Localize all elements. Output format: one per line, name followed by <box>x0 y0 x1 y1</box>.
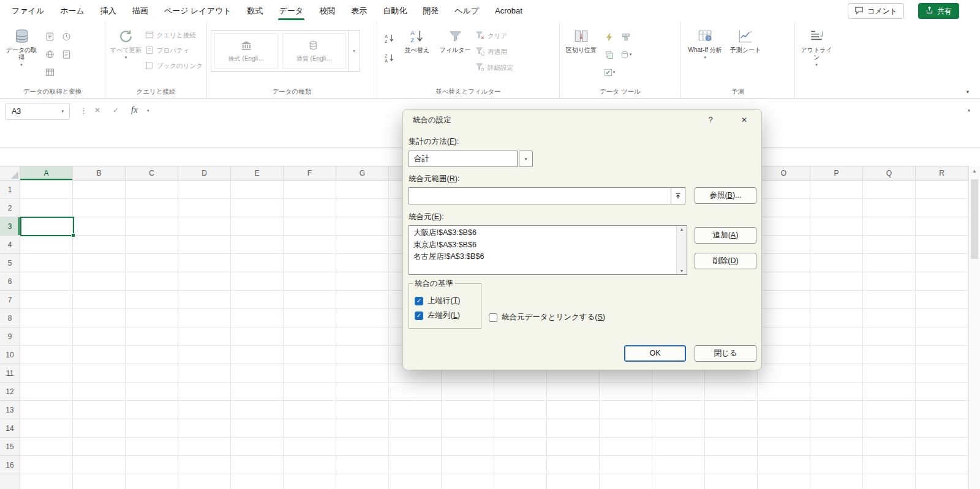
reference-input[interactable] <box>409 187 685 204</box>
row-header-2[interactable]: 2 <box>0 199 20 217</box>
active-cell-A3[interactable] <box>20 217 74 236</box>
row-header-16[interactable]: 16 <box>0 456 20 474</box>
insert-function-button[interactable]: fx <box>131 105 138 115</box>
ok-button[interactable]: OK <box>624 345 686 362</box>
menu-tab-ヘルプ[interactable]: ヘルプ <box>447 0 487 22</box>
close-icon[interactable]: ✕ <box>734 113 754 127</box>
left-column-option[interactable]: ✓ 左端列(L) <box>415 310 477 321</box>
existing-connections-icon[interactable] <box>58 47 74 62</box>
outline-button[interactable]: アウトライン ▾ <box>799 25 834 67</box>
clear-filter-button[interactable]: クリア <box>475 31 513 41</box>
sort-button[interactable]: AZ 並べ替え <box>399 25 435 54</box>
sort-ascending-icon[interactable]: AZ <box>381 30 397 46</box>
comments-button[interactable]: コメント <box>848 3 904 19</box>
top-row-option[interactable]: ✓ 上端行(T) <box>415 296 477 306</box>
scroll-down-icon[interactable]: ▼ <box>680 269 684 273</box>
add-button[interactable]: 追加(A) <box>695 227 756 244</box>
column-header-P[interactable]: P <box>810 166 863 181</box>
properties-button[interactable]: プロパティ <box>145 46 203 56</box>
scroll-up-icon[interactable]: ▲ <box>969 166 980 174</box>
data-validation-icon[interactable]: ▾ <box>601 64 617 80</box>
menu-tab-自動化[interactable]: 自動化 <box>375 0 415 22</box>
menu-tab-ホーム[interactable]: ホーム <box>52 0 92 22</box>
from-text-csv-icon[interactable] <box>42 29 58 45</box>
row-header-15[interactable]: 15 <box>0 438 20 456</box>
share-button[interactable]: 共有 <box>918 3 959 19</box>
listbox-scrollbar[interactable]: ▲ ▼ <box>676 226 687 274</box>
data-model-icon[interactable]: ▾ <box>618 47 634 62</box>
currency-card[interactable]: 通貨 (Engli… <box>282 33 346 69</box>
enter-icon[interactable]: ✓ <box>113 106 119 114</box>
text-to-columns-button[interactable]: 区切り位置 <box>564 25 599 54</box>
reference-item[interactable]: 東京店!$A$3:$B$6 <box>409 239 676 252</box>
column-header-B[interactable]: B <box>73 166 126 181</box>
function-dropdown-button[interactable]: ▾ <box>519 151 533 167</box>
column-header-D[interactable]: D <box>178 166 231 181</box>
menu-tab-データ[interactable]: データ <box>271 0 312 22</box>
menu-tab-描画[interactable]: 描画 <box>124 0 156 22</box>
row-header-3[interactable]: 3 <box>0 217 20 236</box>
fill-handle[interactable] <box>71 233 75 237</box>
advanced-filter-button[interactable]: 詳細設定 <box>475 62 513 73</box>
ribbon-collapse-button[interactable]: ▾ <box>966 89 969 95</box>
scroll-up-icon[interactable]: ▲ <box>680 227 684 231</box>
refresh-all-button[interactable]: すべて更新 ▾ <box>109 25 143 59</box>
column-header-Q[interactable]: Q <box>863 166 916 181</box>
from-web-icon[interactable] <box>42 47 58 62</box>
menu-tab-Acrobat[interactable]: Acrobat <box>487 0 530 22</box>
column-header-A[interactable]: A <box>20 166 73 181</box>
stocks-card[interactable]: 株式 (Engli… <box>214 33 278 69</box>
remove-duplicates-icon[interactable] <box>601 47 617 62</box>
menu-tab-開発[interactable]: 開発 <box>415 0 447 22</box>
workbook-links-button[interactable]: ブックのリンク <box>145 61 203 71</box>
scrollbar-thumb[interactable] <box>971 179 978 259</box>
collapse-dialog-button[interactable] <box>671 188 685 204</box>
row-header-9[interactable]: 9 <box>0 327 20 346</box>
column-header-R[interactable]: R <box>916 166 968 181</box>
formula-bar-collapse-button[interactable]: ▴ <box>968 107 970 113</box>
column-header-E[interactable]: E <box>231 166 284 181</box>
menu-tab-表示[interactable]: 表示 <box>343 0 375 22</box>
row-header-4[interactable]: 4 <box>0 236 20 254</box>
row-header-7[interactable]: 7 <box>0 291 20 309</box>
menu-tab-数式[interactable]: 数式 <box>239 0 271 22</box>
menu-tab-ページ レイアウト[interactable]: ページ レイアウト <box>156 0 239 22</box>
column-header-C[interactable]: C <box>126 166 178 181</box>
row-header-6[interactable]: 6 <box>0 272 20 291</box>
vertical-scrollbar[interactable]: ▲ <box>968 166 980 489</box>
menu-tab-校閲[interactable]: 校閲 <box>311 0 343 22</box>
row-header-14[interactable]: 14 <box>0 419 20 438</box>
row-header-1[interactable]: 1 <box>0 181 20 199</box>
top-row-checkbox[interactable]: ✓ <box>415 297 423 305</box>
select-all-corner[interactable] <box>0 166 20 181</box>
row-header-12[interactable]: 12 <box>0 383 20 401</box>
formula-bar-handle[interactable]: ⋮ <box>80 106 88 115</box>
menu-tab-ファイル[interactable]: ファイル <box>4 0 52 22</box>
cancel-icon[interactable]: ✕ <box>94 106 100 114</box>
column-header-G[interactable]: G <box>336 166 389 181</box>
flash-fill-icon[interactable] <box>601 29 617 45</box>
queries-connections-button[interactable]: クエリと接続 <box>145 31 203 40</box>
row-header-10[interactable]: 10 <box>0 346 20 364</box>
recent-sources-icon[interactable] <box>58 29 74 45</box>
function-combobox[interactable]: 合計 ▾ <box>409 151 533 167</box>
reapply-button[interactable]: 再適用 <box>475 47 513 57</box>
reference-item[interactable]: 名古屋店!$A$3:$B$6 <box>409 251 676 263</box>
data-types-more-button[interactable]: ▾ <box>348 31 360 71</box>
menu-tab-挿入[interactable]: 挿入 <box>92 0 124 22</box>
get-data-button[interactable]: データの取得 ▾ <box>4 25 39 67</box>
references-listbox[interactable]: 大阪店!$A$3:$B$6東京店!$A$3:$B$6名古屋店!$A$3:$B$6… <box>409 225 687 275</box>
column-header-F[interactable]: F <box>284 166 336 181</box>
delete-button[interactable]: 削除(D) <box>695 253 756 269</box>
sort-descending-icon[interactable]: ZA <box>381 50 397 65</box>
consolidate-icon[interactable] <box>618 29 634 45</box>
filter-button[interactable]: フィルター <box>437 25 473 54</box>
left-column-checkbox[interactable]: ✓ <box>415 312 423 320</box>
row-header-5[interactable]: 5 <box>0 254 20 272</box>
browse-button[interactable]: 参照(B)... <box>695 187 756 204</box>
forecast-sheet-button[interactable]: 予測シート <box>728 25 763 54</box>
reference-item[interactable]: 大阪店!$A$3:$B$6 <box>409 227 676 239</box>
row-header-8[interactable]: 8 <box>0 309 20 327</box>
row-header-11[interactable]: 11 <box>0 364 20 383</box>
column-header-O[interactable]: O <box>758 166 810 181</box>
